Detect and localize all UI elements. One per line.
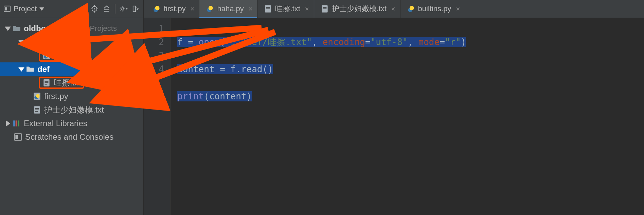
tree-label: External Libraries	[24, 119, 87, 128]
chevron-right-icon	[5, 120, 11, 126]
tab-haha[interactable]: haha.py ×	[199, 0, 257, 18]
svg-marker-22	[5, 27, 11, 31]
tree-path: ~/PycharmProjects	[54, 24, 117, 33]
svg-rect-44	[15, 135, 18, 139]
close-icon[interactable]: ×	[391, 5, 395, 13]
tree-folder-abc[interactable]: abc	[0, 35, 143, 49]
code-line: f = open("../def/哇擦.txt", encoding="utf-…	[177, 35, 644, 49]
tab-label: haha.py	[217, 4, 244, 13]
chevron-down-icon	[18, 66, 24, 72]
annotation-box: 哇擦.txt	[39, 77, 84, 89]
chevron-down-icon	[18, 39, 24, 45]
editor-area: first.py × haha.py × 哇擦.txt × 护士少妇嫩模.txt…	[144, 0, 644, 215]
svg-point-26	[46, 54, 49, 57]
editor-body: 1 2 3 4 f = open("../def/哇擦.txt", encodi…	[144, 18, 644, 215]
tree-label: def	[37, 64, 50, 74]
close-icon[interactable]: ×	[249, 5, 253, 13]
python-file-icon	[42, 51, 51, 60]
text-file-icon	[33, 105, 41, 114]
tab-label: first.py	[164, 4, 186, 13]
line-number: 4	[144, 62, 164, 76]
svg-rect-40	[13, 120, 15, 126]
tree-file-txt2[interactable]: 护士少妇嫩模.txt	[0, 103, 143, 117]
svg-rect-41	[16, 120, 17, 126]
sidebar-title: Project	[14, 4, 37, 13]
svg-marker-23	[18, 40, 24, 45]
svg-line-17	[123, 10, 124, 11]
tree-file-haha[interactable]: haha.py	[0, 49, 143, 62]
locate-icon[interactable]	[90, 5, 99, 13]
python-file-icon	[33, 92, 41, 101]
svg-line-16	[121, 7, 121, 8]
folder-icon	[26, 65, 35, 74]
project-tree[interactable]: oldboy ~/PycharmProjects abc haha.py	[0, 18, 143, 215]
tree-file-first[interactable]: first.py	[0, 90, 143, 103]
line-number: 2	[144, 35, 164, 49]
tree-label: abc	[37, 37, 51, 47]
sidebar-toolbar	[90, 4, 140, 14]
svg-point-34	[36, 94, 40, 98]
line-number: 3	[144, 49, 164, 62]
tab-label: 哇擦.txt	[275, 4, 300, 14]
scratches-icon	[14, 133, 22, 141]
dropdown-arrow-icon	[39, 6, 44, 11]
text-file-icon	[264, 4, 272, 13]
tab-txt2[interactable]: 护士少妇嫩模.txt ×	[314, 0, 400, 18]
tree-label: first.py	[44, 92, 68, 101]
project-sidebar: Project oldboy ~/PycharmProjects	[0, 0, 144, 215]
tree-root-oldboy[interactable]: oldboy ~/PycharmProjects	[0, 22, 143, 35]
tab-wacha[interactable]: 哇擦.txt ×	[257, 0, 314, 18]
tree-label: oldboy	[24, 24, 51, 33]
tree-scratches[interactable]: Scratches and Consoles	[0, 130, 143, 144]
library-icon	[12, 119, 21, 128]
svg-line-18	[121, 10, 121, 11]
svg-rect-42	[18, 120, 19, 126]
tab-label: 护士少妇嫩模.txt	[332, 4, 387, 14]
app-root: Project oldboy ~/PycharmProjects	[0, 0, 644, 215]
svg-rect-21	[133, 6, 136, 12]
tree-label: 哇擦.txt	[54, 77, 81, 88]
text-file-icon	[320, 4, 329, 13]
collapse-all-icon[interactable]	[103, 5, 111, 13]
line-number: 1	[144, 22, 164, 35]
annotation-box: haha.py	[39, 50, 86, 62]
tree-external-libraries[interactable]: External Libraries	[0, 117, 143, 130]
gutter: 1 2 3 4	[144, 18, 171, 215]
svg-rect-1	[5, 7, 7, 10]
svg-point-46	[155, 6, 160, 10]
svg-point-56	[409, 6, 414, 10]
tab-first[interactable]: first.py ×	[146, 0, 199, 18]
tree-label: haha.py	[54, 51, 83, 60]
project-window-icon	[3, 5, 11, 13]
close-icon[interactable]: ×	[191, 5, 195, 13]
svg-marker-20	[126, 8, 128, 9]
code-editor[interactable]: f = open("../def/哇擦.txt", encoding="utf-…	[171, 18, 644, 215]
editor-tabbar: first.py × haha.py × 哇擦.txt × 护士少妇嫩模.txt…	[144, 0, 644, 18]
close-icon[interactable]: ×	[456, 5, 460, 13]
svg-marker-39	[6, 120, 11, 126]
project-selector[interactable]: Project	[3, 4, 44, 13]
python-file-icon	[205, 4, 214, 13]
hide-icon[interactable]	[132, 5, 140, 13]
sidebar-header: Project	[0, 0, 143, 18]
text-file-icon	[42, 78, 51, 87]
svg-marker-27	[18, 67, 24, 72]
gear-icon[interactable]	[120, 5, 128, 13]
code-line: content = f.read()	[177, 62, 644, 76]
tree-file-wacha[interactable]: 哇擦.txt	[0, 76, 143, 90]
svg-point-4	[94, 8, 95, 9]
tab-label: builtins.py	[418, 4, 451, 13]
toolbar-separator	[115, 4, 115, 14]
python-file-icon	[152, 4, 161, 13]
python-file-icon	[407, 4, 415, 13]
tree-folder-def[interactable]: def	[0, 62, 143, 76]
tree-label: Scratches and Consoles	[25, 132, 113, 142]
svg-point-48	[209, 6, 213, 10]
close-icon[interactable]: ×	[305, 5, 309, 13]
chevron-down-icon	[5, 25, 11, 32]
folder-icon	[26, 38, 35, 46]
svg-line-19	[123, 7, 124, 8]
tab-builtins[interactable]: builtins.py ×	[400, 0, 465, 18]
svg-point-11	[121, 8, 124, 10]
svg-marker-2	[39, 7, 44, 11]
